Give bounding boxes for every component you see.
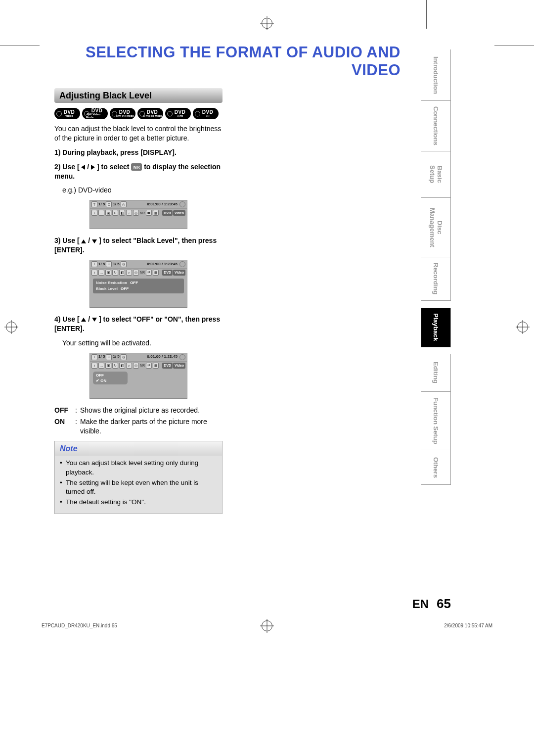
- registration-mark-right: [517, 322, 528, 332]
- note-header: Note: [55, 441, 222, 456]
- side-tab-playback[interactable]: Playback: [421, 308, 451, 347]
- disc-badge: DVD-RW VR Mode: [110, 108, 135, 119]
- side-tabs: IntroductionConnectionsBasic SetupDisc M…: [421, 49, 451, 485]
- step-3: 3) Use [ / ] to select "Black Level", th…: [54, 236, 222, 255]
- option-on: ON: [96, 378, 125, 383]
- subtitle-icon: …: [98, 210, 104, 216]
- audio-icon: ♪: [91, 210, 97, 216]
- osd-submenu: Noise ReductionOFF Black LevelOFF: [93, 279, 184, 293]
- repeat-icon: ↻: [112, 210, 118, 216]
- registration-mark-left: [6, 322, 17, 332]
- crop-mark: [0, 46, 40, 46]
- video-badge: Video: [173, 210, 185, 216]
- nr-icon: NR: [131, 163, 142, 171]
- dvd-badge: DVD: [162, 210, 173, 216]
- section-title: Adjusting Black Level: [59, 91, 152, 101]
- side-tab-connections[interactable]: Connections: [421, 101, 451, 151]
- definition-off: OFF : Shows the original picture as reco…: [54, 406, 222, 415]
- disc-badge: DVD+RW: [165, 108, 191, 119]
- osd-figure-2: T 1/ 5 C 1/ 5 ◷ 0:01:00 / 1:23:45 ♪ … ▣ …: [89, 260, 187, 308]
- osd-select-list: OFF ON: [93, 372, 128, 384]
- option-off: OFF: [96, 373, 125, 378]
- up-arrow-icon: [81, 318, 86, 322]
- page-number: EN 65: [412, 596, 451, 612]
- section-header: Adjusting Black Level: [54, 88, 222, 103]
- content-column: You can adjust the black level to contro…: [54, 124, 222, 514]
- note-item: You can adjust black level setting only …: [66, 459, 217, 476]
- disc-badge: DVD-R Video Mode: [137, 108, 163, 119]
- disc-badge: DVD+R: [193, 108, 219, 119]
- disc-badge: DVD-RW Video Mode: [82, 108, 108, 119]
- side-tab-editing[interactable]: Editing: [421, 354, 451, 392]
- disc-badge: DVDVideo: [54, 108, 80, 119]
- footer-timestamp: 2/6/2009 10:55:47 AM: [444, 623, 492, 628]
- intro-text: You can adjust the black level to contro…: [54, 124, 222, 143]
- nr-label: NR: [140, 211, 145, 215]
- registration-mark-top: [262, 18, 272, 29]
- marker-icon: ◧: [119, 210, 125, 216]
- title-icon: T: [91, 201, 97, 207]
- note-box: Note You can adjust black level setting …: [54, 441, 222, 514]
- av-icon: ⇄: [146, 210, 152, 216]
- step-4-result: Your setting will be activated.: [62, 338, 222, 348]
- right-arrow-icon: [91, 165, 95, 170]
- down-arrow-icon: [92, 318, 97, 322]
- chapter-icon: C: [106, 201, 112, 207]
- step-1: 1) During playback, press [DISPLAY].: [54, 148, 222, 157]
- registration-mark-bottom: [262, 620, 272, 631]
- crop-mark: [494, 46, 534, 46]
- note-item: The setting will be kept even when the u…: [66, 478, 217, 496]
- repeat-icon: [179, 201, 185, 207]
- crop-mark: [426, 0, 427, 29]
- zoom-icon: ⌕: [126, 210, 132, 216]
- side-tab-others[interactable]: Others: [421, 450, 451, 485]
- side-tab-introduction[interactable]: Introduction: [421, 49, 451, 101]
- side-tab-disc-management[interactable]: Disc Management: [421, 198, 451, 257]
- page-content: SELECTING THE FORMAT OF AUDIO AND VIDEO …: [54, 44, 400, 514]
- down-arrow-icon: [92, 239, 97, 243]
- side-tab-function-setup[interactable]: Function Setup: [421, 392, 451, 450]
- misc-icon: ▦: [153, 210, 159, 216]
- angle-icon: ▣: [105, 210, 111, 216]
- disc-type-badges: DVDVideoDVD-RW Video ModeDVD-RW VR ModeD…: [54, 108, 400, 119]
- left-arrow-icon: [81, 165, 85, 170]
- step-2-example: e.g.) DVD-video: [62, 186, 222, 195]
- up-arrow-icon: [81, 239, 86, 243]
- note-list: You can adjust black level setting only …: [55, 456, 222, 513]
- side-tab-recording[interactable]: Recording: [421, 257, 451, 301]
- osd-figure-1: T 1/ 5 C 1/ 5 ◷ 0:01:00 / 1:23:45 ♪ … ▣ …: [89, 200, 187, 229]
- step-4: 4) Use [ / ] to select "OFF" or "ON", th…: [54, 315, 222, 333]
- side-tab-basic-setup[interactable]: Basic Setup: [421, 151, 451, 198]
- clock-icon: ◷: [121, 201, 127, 207]
- note-item: The default setting is "ON".: [66, 498, 217, 507]
- footer-filename: E7PCAUD_DR420KU_EN.indd 65: [42, 623, 117, 628]
- definition-on: ON : Make the darker parts of the pictur…: [54, 417, 222, 436]
- osd-figure-3: T 1/ 5 C 1/ 5 ◷ 0:01:00 / 1:23:45 ♪ … ▣ …: [89, 353, 187, 399]
- surround-icon: ◎: [133, 210, 139, 216]
- page-title: SELECTING THE FORMAT OF AUDIO AND VIDEO: [54, 44, 400, 79]
- step-2: 2) Use [ / ] to select NR to display the…: [54, 162, 222, 181]
